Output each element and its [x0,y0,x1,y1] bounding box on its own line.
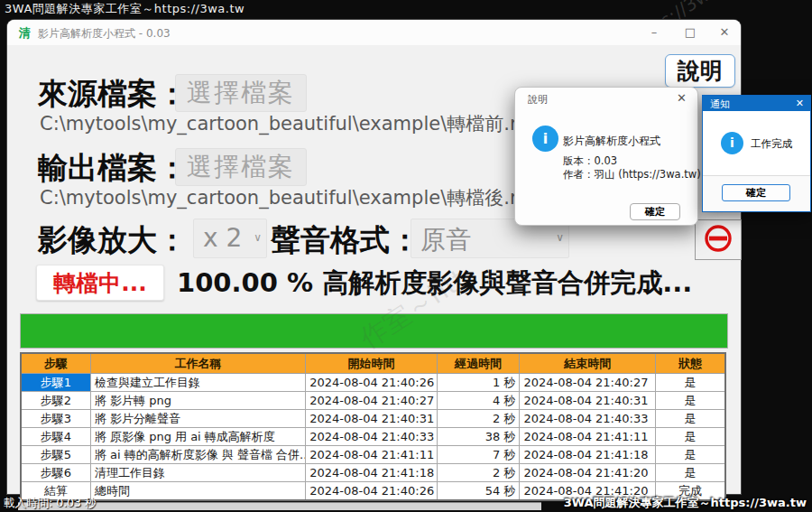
column-header[interactable]: 開始時間 [306,353,438,374]
table-row[interactable]: 步驟4將 原影像 png 用 ai 轉成高解析度2024-08-04 21:40… [21,428,725,446]
table-cell: 2024-08-04 21:40:33 [306,428,438,446]
table-cell: 2 秒 [437,464,520,482]
table-row[interactable]: 步驟6清理工作目錄2024-08-04 21:41:182 秒2024-08-0… [21,464,725,482]
table-cell: 是 [656,410,725,428]
table-row[interactable]: 步驟5將 ai 轉的高解析度影像 與 聲音檔 合併...2024-08-04 2… [21,446,725,464]
help-ok-button[interactable]: 確定 [630,203,680,220]
table-cell: 2024-08-04 21:40:27 [306,392,438,410]
table-cell: 檢查與建立工作目錄 [90,374,305,392]
table-cell: 步驟5 [21,446,90,464]
table-cell: 2024-08-04 21:40:26 [306,482,438,501]
table-row[interactable]: 步驟2將 影片轉 png2024-08-04 21:40:274 秒2024-0… [21,392,725,410]
table-cell: 總時間 [90,482,305,501]
notify-dialog: 通知 ✕ i 工作完成 確定 [702,95,811,212]
convert-button[interactable]: 轉檔中... [36,265,164,301]
table-cell: 是 [656,392,725,410]
chevron-down-icon: ∨ [556,231,564,244]
help-author: 作者：羽山 (https://3wa.tw) [563,168,701,182]
table-cell: 步驟1 [21,374,90,392]
info-icon: i [721,132,743,154]
table-cell: 7 秒 [437,446,520,464]
column-header[interactable]: 步驟 [21,353,90,374]
maximize-button[interactable]: □ [680,23,700,42]
desktop-watermark-bottom: 3WA問題解決專家工作室～https://3wa.tw [564,495,807,511]
source-pick-button[interactable]: 選擇檔案 [175,74,307,112]
help-version: 版本：0.03 [563,154,617,168]
table-cell: 2 秒 [437,410,520,428]
audio-format-value: 原音 [420,223,471,257]
background-window-strip [18,502,541,510]
desktop-watermark-top: 3WA問題解決專家工作室～https://3wa.tw [5,1,245,17]
table-cell: 步驟4 [21,428,90,446]
steps-table: 步驟 工作名稱 開始時間 經過時間 結束時間 狀態 步驟1檢查與建立工作目錄20… [20,352,726,501]
table-cell: 將 ai 轉的高解析度影像 與 聲音檔 合併... [90,446,305,464]
desktop: 3WA問題解決專家工作室～https://3wa.tw https://3wa.… [0,0,812,512]
table-cell: 2024-08-04 21:40:33 [520,410,656,428]
close-icon[interactable]: ✕ [677,91,687,105]
help-dialog: 說明 ✕ i 影片高解析度小程式 版本：0.03 作者：羽山 (https://… [514,87,698,226]
steps-table-body: 步驟1檢查與建立工作目錄2024-08-04 21:40:261 秒2024-0… [21,374,725,501]
table-row[interactable]: 步驟1檢查與建立工作目錄2024-08-04 21:40:261 秒2024-0… [21,374,725,392]
column-header[interactable]: 工作名稱 [90,353,305,374]
table-cell: 是 [656,464,725,482]
notify-ok-button[interactable]: 確定 [722,184,790,201]
table-cell: 將 原影像 png 用 ai 轉成高解析度 [90,428,305,446]
table-cell: 2024-08-04 21:41:18 [306,464,438,482]
source-path: C:\mytools\my_cartoon_beautiful\example\… [40,111,552,136]
close-icon[interactable]: ✕ [796,98,804,109]
table-cell: 2024-08-04 21:41:11 [306,446,438,464]
column-header[interactable]: 經過時間 [437,353,520,374]
table-cell: 將 影片轉 png [90,392,305,410]
table-cell: 38 秒 [437,428,520,446]
table-cell: 是 [656,446,725,464]
table-cell: 2024-08-04 21:40:31 [306,410,438,428]
app-icon: 清 [19,25,31,42]
close-button[interactable]: ✕ [715,23,734,42]
output-path: C:\mytools\my_cartoon_beautiful\example\… [40,185,552,210]
table-cell: 2024-08-04 21:41:18 [520,446,656,464]
table-cell: 54 秒 [437,482,520,501]
table-cell: 步驟2 [21,392,90,410]
help-dialog-title: 說明 [528,93,548,107]
scale-value: x 2 [203,223,242,253]
table-cell: 2024-08-04 21:41:20 [520,464,656,482]
table-cell: 步驟6 [21,464,90,482]
table-cell: 是 [656,428,725,446]
notify-dialog-titlebar[interactable]: 通知 ✕ [703,96,810,111]
column-header[interactable]: 結束時間 [520,353,656,374]
table-cell: 步驟3 [21,410,90,428]
title-bar[interactable]: 清 影片高解析度小程式 - 0.03 – □ ✕ [7,20,741,45]
table-cell: 4 秒 [437,392,520,410]
chevron-down-icon: ∨ [254,231,262,244]
scale-dropdown[interactable]: x 2 ∨ [193,219,267,258]
notify-dialog-title: 通知 [710,98,730,111]
table-cell: 2024-08-04 21:40:27 [520,374,656,392]
help-app-name: 影片高解析度小程式 [563,134,660,149]
scale-label: 影像放大： [38,220,187,261]
output-file-label: 輸出檔案： [38,148,187,189]
stop-button[interactable] [695,219,742,260]
table-cell: 2024-08-04 21:41:11 [520,428,656,446]
minimize-button[interactable]: – [644,23,664,42]
load-time-status: 載入時間: 0.03 秒 [4,496,97,511]
table-cell: 1 秒 [437,374,520,392]
source-file-label: 來源檔案： [38,74,187,115]
window-title: 影片高解析度小程式 - 0.03 [38,26,171,42]
notify-message: 工作完成 [751,137,792,151]
help-button[interactable]: 說明 [665,54,735,88]
table-cell: 2024-08-04 21:40:31 [520,392,656,410]
table-cell: 將 影片分離聲音 [90,410,305,428]
table-cell: 2024-08-04 21:40:26 [306,374,438,392]
info-icon: i [532,126,558,152]
table-cell: 清理工作目錄 [90,464,305,482]
output-pick-button[interactable]: 選擇檔案 [175,148,307,186]
table-row[interactable]: 步驟3將 影片分離聲音2024-08-04 21:40:312 秒2024-08… [21,410,725,428]
audio-format-label: 聲音格式： [271,220,420,261]
prohibition-icon [703,223,734,254]
table-cell: 是 [656,374,725,392]
column-header[interactable]: 狀態 [656,353,725,374]
